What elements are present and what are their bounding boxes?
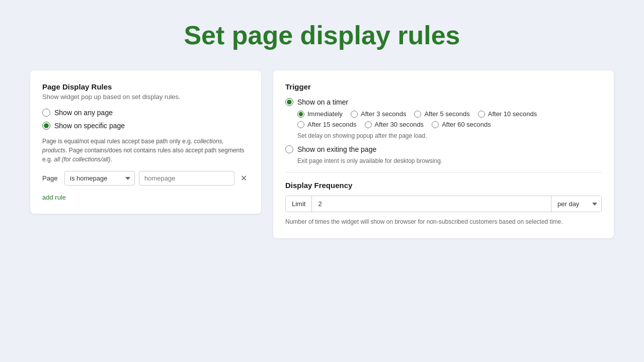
trigger-exit-radio[interactable] — [285, 145, 293, 153]
timer-after-5[interactable]: After 5 seconds — [414, 110, 469, 118]
delay-info-text: Set delay on showing popup after the pag… — [297, 132, 602, 139]
timer-options-group: Immediately After 3 seconds After 5 seco… — [297, 110, 602, 128]
timer-after-5-radio[interactable] — [414, 111, 421, 118]
timer-after-3[interactable]: After 3 seconds — [351, 110, 406, 118]
frequency-description: Number of times the widget will show on … — [285, 217, 602, 226]
radio-specific-page[interactable]: Show on specific page — [42, 122, 249, 130]
timer-after-30-radio[interactable] — [365, 121, 372, 128]
timer-immediately-label: Immediately — [307, 110, 343, 118]
timer-after-10-label: After 10 seconds — [488, 110, 537, 118]
trigger-timer-text: Show on a timer — [297, 98, 348, 106]
right-panel: Trigger Show on a timer Immediately Afte… — [273, 70, 614, 238]
timer-after-30[interactable]: After 30 seconds — [365, 121, 424, 128]
clear-rule-button[interactable]: ✕ — [238, 172, 249, 184]
trigger-timer-label[interactable]: Show on a timer — [285, 98, 602, 106]
page-rule-info: Page is equal/not equal rules accept bas… — [42, 137, 249, 164]
timer-immediately[interactable]: Immediately — [297, 110, 343, 118]
trigger-section-title: Trigger — [285, 82, 602, 91]
radio-any-page[interactable]: Show on any page — [42, 109, 249, 117]
radio-specific-page-label: Show on specific page — [54, 122, 125, 130]
page-label: Page — [42, 174, 60, 182]
timer-after-5-label: After 5 seconds — [424, 110, 469, 118]
page-wrapper: Set page display rules Page Display Rule… — [0, 0, 644, 362]
timer-after-60[interactable]: After 60 seconds — [432, 121, 491, 128]
radio-any-page-input[interactable] — [42, 109, 50, 117]
add-rule-link[interactable]: add rule — [42, 194, 66, 201]
radio-any-page-label: Show on any page — [54, 109, 113, 117]
radio-specific-page-input[interactable] — [42, 122, 50, 130]
trigger-exit-label[interactable]: Show on exiting the page — [285, 145, 602, 153]
left-panel-subtitle: Show widget pop up based on set display … — [42, 93, 249, 101]
timer-after-3-label: After 3 seconds — [361, 110, 406, 118]
timer-after-15-radio[interactable] — [297, 121, 304, 128]
timer-after-30-label: After 30 seconds — [375, 121, 424, 128]
page-title-part2: rules — [397, 21, 460, 50]
timer-after-3-radio[interactable] — [351, 111, 358, 118]
page-condition-dropdown[interactable]: is homepage is not homepage contains doe… — [64, 171, 135, 186]
page-rule-row: Page is homepage is not homepage contain… — [42, 171, 249, 186]
trigger-exit-text: Show on exiting the page — [297, 145, 376, 153]
timer-after-15-label: After 15 seconds — [307, 121, 357, 128]
left-panel-title: Page Display Rules — [42, 82, 249, 91]
timer-after-60-radio[interactable] — [432, 121, 439, 128]
frequency-row: Limit per day per week per month — [285, 196, 602, 212]
timer-immediately-radio[interactable] — [297, 111, 304, 118]
timer-after-60-label: After 60 seconds — [442, 121, 491, 128]
frequency-period-select[interactable]: per day per week per month — [551, 196, 601, 212]
left-panel: Page Display Rules Show widget pop up ba… — [30, 70, 261, 214]
page-title-part1: Set page display — [184, 21, 397, 50]
timer-after-15[interactable]: After 15 seconds — [297, 121, 357, 128]
page-display-radio-group: Show on any page Show on specific page — [42, 109, 249, 130]
frequency-title: Display Frequency — [285, 181, 602, 190]
timer-after-10-radio[interactable] — [478, 111, 485, 118]
page-value-input[interactable] — [139, 171, 234, 186]
divider — [285, 172, 602, 173]
timer-after-10[interactable]: After 10 seconds — [478, 110, 537, 118]
panels-row: Page Display Rules Show widget pop up ba… — [30, 70, 614, 238]
frequency-input[interactable] — [312, 196, 551, 212]
frequency-label: Limit — [286, 196, 312, 212]
trigger-exit-option: Show on exiting the page Exit page inten… — [285, 145, 602, 164]
exit-info-text: Exit page intent is only available for d… — [297, 157, 602, 164]
page-title: Set page display rules — [30, 20, 614, 50]
trigger-timer-option: Show on a timer Immediately After 3 seco… — [285, 98, 602, 139]
trigger-timer-radio[interactable] — [285, 98, 293, 106]
